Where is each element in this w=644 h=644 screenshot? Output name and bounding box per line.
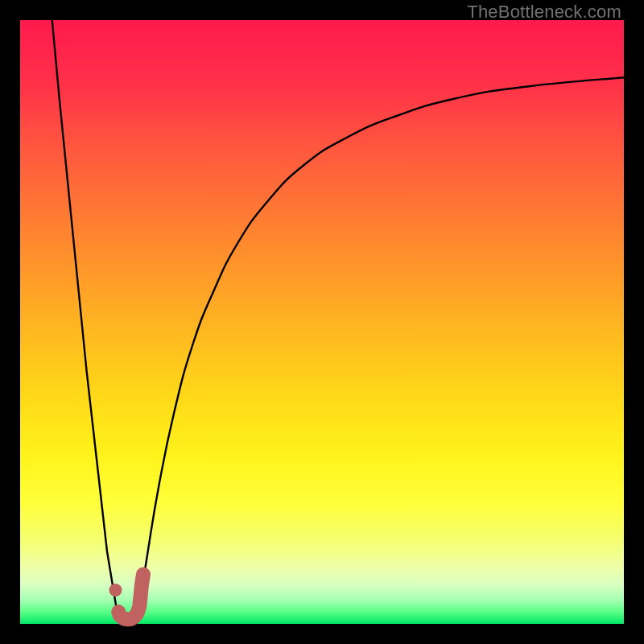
curve-right-branch [137,77,624,624]
watermark-text: TheBottleneck.com [467,2,621,23]
curve-left-branch [52,20,119,621]
curve-layer [20,20,624,624]
j-marker-dot [109,584,122,597]
j-marker-hook [118,575,143,620]
